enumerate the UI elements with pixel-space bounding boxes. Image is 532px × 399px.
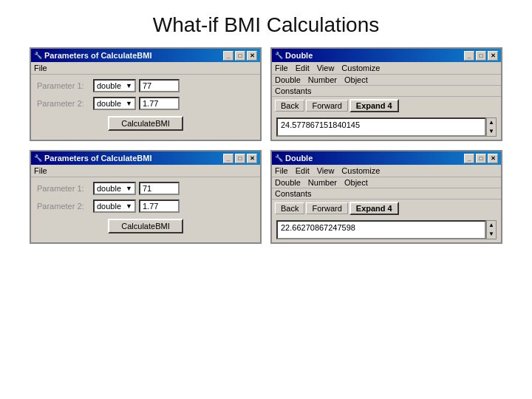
- result-value-top: 24.577867151840145: [276, 117, 486, 137]
- double-close-top[interactable]: ✕: [488, 51, 498, 61]
- menu-object-double-top[interactable]: Object: [344, 75, 368, 84]
- menu-file-double-top[interactable]: File: [275, 64, 288, 72]
- double-toolbar-top: Back Forward Expand 4: [272, 97, 501, 115]
- param2-row-bottom: Parameter 2: double ▼ 1.77: [37, 200, 254, 213]
- menu-view-double-bottom[interactable]: View: [317, 166, 335, 175]
- params-title-bottom: Parameters of CalculateBMI: [44, 154, 152, 163]
- param2-arrow-bottom: ▼: [126, 202, 132, 210]
- top-left-params-window: 🔧 Parameters of CalculateBMI _ □ ✕ File …: [30, 47, 262, 141]
- double-menubar1-top: File Edit View Customize: [272, 62, 501, 75]
- param1-label-bottom: Parameter 1:: [37, 184, 90, 193]
- result-area-bottom: 22.66270867247598 ▲ ▼: [276, 220, 497, 239]
- forward-button-top[interactable]: Forward: [306, 100, 347, 112]
- minimize-button-bottom[interactable]: _: [223, 154, 233, 163]
- maximize-button[interactable]: □: [235, 51, 245, 61]
- scroll-up-top[interactable]: ▲: [487, 118, 496, 127]
- result-scrollbar-top[interactable]: ▲ ▼: [486, 117, 497, 137]
- maximize-button-bottom[interactable]: □: [235, 154, 245, 163]
- param2-dropdown-bottom[interactable]: double ▼: [93, 200, 136, 213]
- scroll-up-bottom[interactable]: ▲: [487, 221, 496, 230]
- result-scrollbar-bottom[interactable]: ▲ ▼: [486, 220, 497, 239]
- calculate-bmi-button-top[interactable]: CalculateBMI: [108, 116, 183, 131]
- param1-row-bottom: Parameter 1: double ▼ 71: [37, 182, 254, 195]
- menu-object-double-bottom[interactable]: Object: [344, 178, 368, 187]
- scroll-down-bottom[interactable]: ▼: [487, 230, 496, 239]
- menu-edit-double-bottom[interactable]: Edit: [296, 166, 310, 175]
- menu-double-double-bottom[interactable]: Double: [275, 178, 301, 187]
- back-button-top[interactable]: Back: [275, 100, 304, 112]
- param2-label-top: Parameter 2:: [37, 99, 90, 108]
- param1-arrow-top: ▼: [126, 82, 132, 89]
- params-title-top: Parameters of CalculateBMI: [44, 51, 152, 60]
- params-menubar-top: File: [31, 62, 260, 75]
- double-titlebar-top: 🔧 Double _ □ ✕: [272, 49, 501, 62]
- result-area-top: 24.577867151840145 ▲ ▼: [276, 117, 497, 137]
- param1-dropdown-bottom[interactable]: double ▼: [93, 182, 136, 195]
- calculate-bmi-button-bottom[interactable]: CalculateBMI: [108, 219, 183, 233]
- param2-dropdown-top[interactable]: double ▼: [93, 97, 136, 110]
- scroll-down-top[interactable]: ▼: [487, 127, 496, 136]
- double-menubar3-top: Constants: [272, 86, 501, 97]
- params-titlebar-top: 🔧 Parameters of CalculateBMI _ □ ✕: [31, 49, 260, 62]
- param1-label-top: Parameter 1:: [37, 81, 90, 90]
- titlebar-controls-bottom: _ □ ✕: [223, 154, 257, 163]
- double-titlebar-icon-top: 🔧: [275, 52, 283, 59]
- param2-row-top: Parameter 2: double ▼ 1.77: [37, 97, 254, 110]
- params-content-bottom: Parameter 1: double ▼ 71 Parameter 2: do…: [31, 177, 260, 238]
- menu-customize-double-top[interactable]: Customize: [341, 64, 380, 72]
- double-maximize-bottom[interactable]: □: [476, 154, 486, 163]
- titlebar-controls: _ □ ✕: [223, 51, 257, 61]
- titlebar-icon: 🔧: [34, 52, 42, 59]
- double-close-bottom[interactable]: ✕: [488, 154, 498, 163]
- menu-edit-double-top[interactable]: Edit: [296, 64, 310, 72]
- menu-number-double-bottom[interactable]: Number: [308, 178, 337, 187]
- param1-value-bottom[interactable]: 71: [139, 182, 180, 195]
- close-button-bottom[interactable]: ✕: [247, 154, 257, 163]
- param1-value-top[interactable]: 77: [139, 79, 180, 92]
- params-content-top: Parameter 1: double ▼ 77 Parameter 2: do…: [31, 75, 260, 135]
- titlebar-icon-bottom: 🔧: [34, 154, 42, 162]
- menu-file-bottom-left[interactable]: File: [34, 166, 47, 175]
- expand-button-bottom[interactable]: Expand 4: [349, 202, 399, 215]
- expand-button-top[interactable]: Expand 4: [349, 99, 399, 112]
- double-minimize-bottom[interactable]: _: [464, 154, 474, 163]
- double-titlebar-controls-top: _ □ ✕: [464, 51, 498, 61]
- menu-customize-double-bottom[interactable]: Customize: [341, 166, 380, 175]
- double-minimize-top[interactable]: _: [464, 51, 474, 61]
- menu-double-double-top[interactable]: Double: [275, 75, 301, 84]
- bottom-left-params-window: 🔧 Parameters of CalculateBMI _ □ ✕ File …: [30, 150, 262, 244]
- page-title: What-if BMI Calculations: [0, 0, 532, 47]
- menu-file-double-bottom[interactable]: File: [275, 166, 288, 175]
- double-menubar2-bottom: Double Number Object: [272, 177, 501, 188]
- double-toolbar-bottom: Back Forward Expand 4: [272, 200, 501, 217]
- double-title-top: Double: [285, 51, 313, 60]
- param1-dropdown-top[interactable]: double ▼: [93, 79, 136, 92]
- menu-number-double-top[interactable]: Number: [308, 75, 337, 84]
- close-button[interactable]: ✕: [247, 51, 257, 61]
- menu-file-top-left[interactable]: File: [34, 64, 47, 72]
- double-menubar1-bottom: File Edit View Customize: [272, 165, 501, 177]
- param2-label-bottom: Parameter 2:: [37, 202, 90, 211]
- calc-btn-row-bottom: CalculateBMI: [37, 219, 254, 233]
- menu-constants-double-bottom[interactable]: Constants: [275, 189, 312, 198]
- double-titlebar-icon-bottom: 🔧: [275, 154, 283, 162]
- params-menubar-bottom: File: [31, 165, 260, 177]
- param2-value-bottom[interactable]: 1.77: [139, 200, 180, 213]
- menu-view-double-top[interactable]: View: [317, 64, 335, 72]
- forward-button-bottom[interactable]: Forward: [306, 202, 347, 214]
- double-titlebar-bottom: 🔧 Double _ □ ✕: [272, 151, 501, 165]
- param1-arrow-bottom: ▼: [126, 185, 132, 192]
- back-button-bottom[interactable]: Back: [275, 202, 304, 214]
- param2-value-top[interactable]: 1.77: [139, 97, 180, 110]
- menu-constants-double-top[interactable]: Constants: [275, 86, 312, 95]
- bottom-right-double-window: 🔧 Double _ □ ✕ File Edit View Customize …: [270, 150, 502, 244]
- double-menubar2-top: Double Number Object: [272, 75, 501, 86]
- top-right-double-window: 🔧 Double _ □ ✕ File Edit View Customize …: [270, 47, 502, 141]
- minimize-button[interactable]: _: [223, 51, 233, 61]
- double-maximize-top[interactable]: □: [476, 51, 486, 61]
- result-value-bottom: 22.66270867247598: [276, 220, 486, 239]
- param2-arrow-top: ▼: [126, 100, 132, 107]
- double-menubar3-bottom: Constants: [272, 188, 501, 200]
- double-title-bottom: Double: [285, 154, 313, 163]
- calc-btn-row-top: CalculateBMI: [37, 116, 254, 131]
